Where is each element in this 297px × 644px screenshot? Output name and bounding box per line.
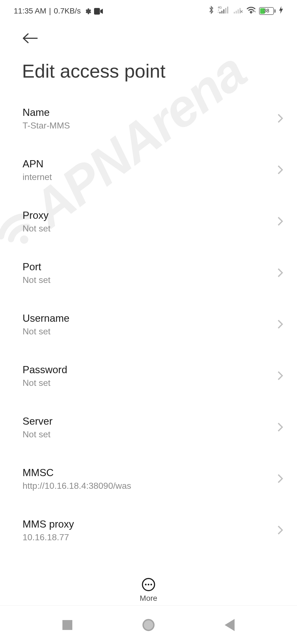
setting-row-mmsc[interactable]: MMSC http://10.16.18.4:38090/was	[0, 453, 297, 505]
setting-row-server[interactable]: Server Not set	[0, 402, 297, 453]
status-separator: |	[49, 7, 51, 15]
bluetooth-icon	[208, 6, 215, 16]
svg-rect-2	[219, 12, 221, 13]
svg-rect-3	[221, 11, 222, 13]
status-time: 11:35 AM	[14, 7, 46, 15]
setting-value: Not set	[23, 326, 70, 337]
charging-bolt-icon	[279, 6, 283, 16]
chevron-right-icon	[277, 113, 283, 124]
setting-value: internet	[23, 172, 52, 182]
setting-row-password[interactable]: Password Not set	[0, 350, 297, 402]
arrow-left-icon	[22, 33, 38, 44]
setting-label: Proxy	[23, 210, 50, 221]
chevron-right-icon	[277, 268, 283, 279]
app-bar	[0, 19, 297, 47]
setting-value: Not set	[23, 378, 67, 388]
setting-label: Password	[23, 364, 67, 376]
battery-icon: 38	[259, 7, 276, 15]
setting-label: MMSC	[23, 467, 131, 479]
setting-row-name[interactable]: Name T-Star-MMS	[0, 93, 297, 144]
more-bar: More	[0, 578, 297, 603]
svg-rect-6	[227, 7, 228, 13]
setting-row-mms-proxy[interactable]: MMS proxy 10.16.18.77	[0, 505, 297, 548]
chevron-right-icon	[277, 165, 283, 176]
signal-4g-icon: 4G	[218, 6, 229, 16]
wifi-icon	[246, 6, 256, 16]
setting-row-username[interactable]: Username Not set	[0, 299, 297, 350]
setting-value: Not set	[23, 429, 53, 440]
chevron-right-icon	[277, 525, 283, 536]
more-button[interactable]	[142, 578, 155, 591]
page-title: Edit access point	[0, 47, 297, 93]
setting-value: http://10.16.18.4:38090/was	[23, 481, 131, 491]
back-button[interactable]	[22, 33, 38, 44]
chevron-right-icon	[277, 319, 283, 330]
setting-label: Server	[23, 416, 53, 427]
settings-gear-icon	[84, 7, 91, 15]
chevron-right-icon	[277, 371, 283, 382]
setting-value: Not set	[23, 275, 50, 285]
setting-row-apn[interactable]: APN internet	[0, 144, 297, 196]
setting-value: Not set	[23, 223, 50, 234]
status-left: 11:35 AM | 0.7KB/s	[14, 7, 103, 15]
status-network-speed: 0.7KB/s	[54, 7, 81, 15]
svg-rect-8	[236, 11, 237, 13]
chevron-right-icon	[277, 474, 283, 485]
setting-label: Name	[23, 107, 70, 118]
status-right: 4G	[208, 6, 283, 16]
setting-label: Port	[23, 261, 50, 273]
svg-rect-4	[223, 9, 224, 13]
setting-value: 10.16.18.77	[23, 532, 74, 542]
nav-recents-button[interactable]	[62, 620, 72, 630]
video-camera-icon	[94, 7, 103, 15]
setting-row-port[interactable]: Port Not set	[0, 247, 297, 299]
signal-nosim-icon	[232, 6, 243, 16]
chevron-right-icon	[277, 216, 283, 227]
more-label: More	[140, 594, 157, 603]
svg-rect-7	[234, 12, 235, 13]
more-dots-icon	[145, 584, 147, 585]
chevron-right-icon	[277, 422, 283, 433]
nav-back-button[interactable]	[225, 619, 235, 631]
setting-value: T-Star-MMS	[23, 121, 70, 131]
svg-rect-9	[238, 9, 239, 13]
status-bar: 11:35 AM | 0.7KB/s 4G	[0, 0, 297, 19]
setting-row-proxy[interactable]: Proxy Not set	[0, 196, 297, 247]
svg-rect-0	[94, 8, 100, 15]
settings-list: Name T-Star-MMS APN internet Proxy Not s…	[0, 93, 297, 548]
nav-home-button[interactable]	[142, 619, 155, 631]
system-nav-bar	[0, 605, 297, 644]
setting-label: MMS proxy	[23, 519, 74, 530]
setting-label: Username	[23, 313, 70, 324]
svg-rect-5	[225, 8, 226, 13]
svg-text:4G: 4G	[218, 6, 222, 9]
setting-label: APN	[23, 158, 52, 170]
